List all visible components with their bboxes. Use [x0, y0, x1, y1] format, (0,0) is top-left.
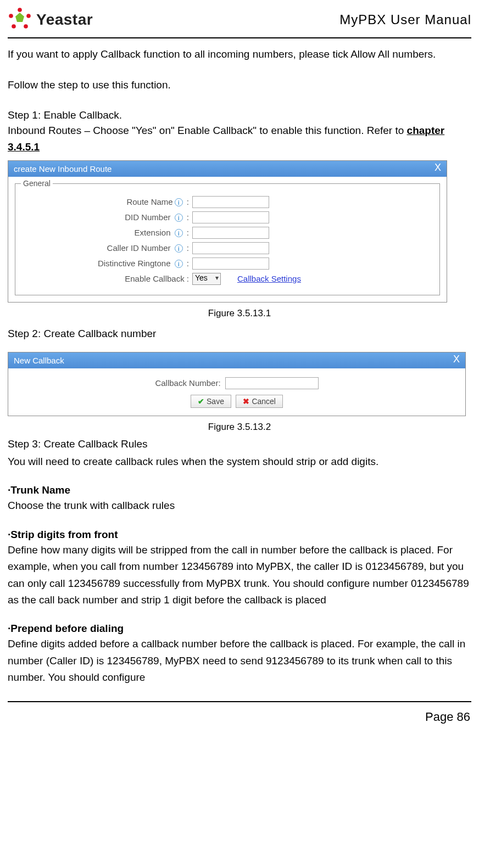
new-callback-modal: New Callback X Callback Number: ✔Save ✖C…: [8, 352, 466, 416]
info-icon[interactable]: i: [175, 214, 183, 222]
step3-desc: You will need to create callback rules w…: [8, 453, 471, 470]
intro-paragraph-2: Follow the step to use this function.: [8, 77, 471, 93]
trunk-name-heading: ·Trunk Name: [8, 484, 471, 496]
callback-settings-link[interactable]: Callback Settings: [237, 274, 301, 283]
modal1-title: create New Inbound Route: [14, 164, 112, 173]
modal2-button-row: ✔Save ✖Cancel: [8, 391, 465, 416]
label-did-number: DID Number: [125, 212, 170, 222]
info-icon[interactable]: i: [175, 260, 183, 268]
svg-point-3: [12, 24, 16, 29]
figure1-caption: Figure 3.5.13.1: [8, 308, 471, 319]
close-icon[interactable]: X: [453, 354, 460, 365]
prepend-heading: ·Prepend before dialing: [8, 623, 471, 635]
brand-logo: Yeastar: [8, 8, 93, 32]
document-title: MyPBX User Manual: [339, 12, 471, 27]
svg-point-1: [9, 14, 13, 18]
row-enable-callback: Enable Callback : Yes Callback Settings: [22, 273, 433, 285]
footer-rule: [8, 701, 471, 702]
cancel-button[interactable]: ✖Cancel: [236, 395, 283, 408]
step2-title: Step 2: Create Callback number: [8, 328, 471, 340]
check-icon: ✔: [198, 397, 204, 406]
label-extension: Extension: [135, 228, 171, 237]
x-icon: ✖: [243, 397, 249, 406]
label-callback-number: Callback Number:: [155, 378, 220, 388]
caller-id-input[interactable]: [192, 242, 269, 254]
page-header: Yeastar MyPBX User Manual: [8, 7, 471, 35]
svg-point-2: [26, 14, 31, 18]
modal2-titlebar: New Callback X: [8, 352, 465, 368]
label-route-name: Route Name: [126, 197, 172, 206]
callback-number-input[interactable]: [225, 377, 319, 389]
close-icon[interactable]: X: [435, 162, 441, 173]
svg-point-4: [24, 24, 28, 29]
row-extension: Extension i :: [22, 227, 433, 239]
fieldset-legend: General: [21, 179, 53, 188]
step3-title: Step 3: Create Callback Rules: [8, 436, 471, 452]
info-icon[interactable]: i: [175, 198, 183, 206]
svg-point-0: [18, 8, 22, 12]
inbound-route-modal: create New Inbound Route X General Route…: [8, 160, 447, 303]
distinctive-ringtone-input[interactable]: [192, 257, 269, 270]
enable-callback-select[interactable]: Yes: [192, 273, 221, 285]
row-distinctive-ringtone: Distinctive Ringtone i :: [22, 257, 433, 270]
strip-digits-desc: Define how many digits will be stripped …: [8, 542, 471, 609]
step1-desc: Inbound Routes – Choose "Yes" on" Enable…: [8, 122, 471, 156]
strip-digits-heading: ·Strip digits from front: [8, 529, 471, 541]
save-button[interactable]: ✔Save: [191, 395, 231, 408]
extension-input[interactable]: [192, 227, 269, 239]
general-fieldset: General Route Namei : DID Number i : Ext…: [15, 183, 440, 295]
modal2-title: New Callback: [14, 356, 64, 365]
page-number: Page 86: [8, 710, 471, 724]
callback-number-row: Callback Number:: [8, 368, 465, 391]
trunk-name-desc: Choose the trunk with callback rules: [8, 497, 471, 514]
row-did-number: DID Number i :: [22, 211, 433, 223]
cancel-button-label: Cancel: [252, 397, 276, 406]
info-icon[interactable]: i: [175, 244, 183, 253]
step1-desc-text: Inbound Routes – Choose "Yes" on" Enable…: [8, 125, 407, 136]
yeastar-star-icon: [8, 8, 32, 32]
intro-paragraph-1: If you want to apply Callback function t…: [8, 46, 471, 63]
save-button-label: Save: [207, 397, 224, 406]
row-caller-id: Caller ID Number i :: [22, 242, 433, 254]
info-icon[interactable]: i: [175, 229, 183, 237]
step1-title: Step 1: Enable Callback.: [8, 109, 471, 121]
row-route-name: Route Namei :: [22, 196, 433, 208]
label-distinctive-ringtone: Distinctive Ringtone: [98, 259, 171, 268]
prepend-desc: Define digits added before a callback nu…: [8, 636, 471, 686]
brand-name: Yeastar: [36, 11, 93, 29]
did-number-input[interactable]: [192, 211, 269, 223]
label-enable-callback: Enable Callback :: [125, 274, 189, 283]
modal1-titlebar: create New Inbound Route X: [8, 161, 447, 177]
figure2-caption: Figure 3.5.13.2: [8, 422, 471, 433]
route-name-input[interactable]: [192, 196, 269, 208]
header-rule: [8, 37, 471, 38]
label-caller-id: Caller ID Number: [107, 243, 171, 253]
